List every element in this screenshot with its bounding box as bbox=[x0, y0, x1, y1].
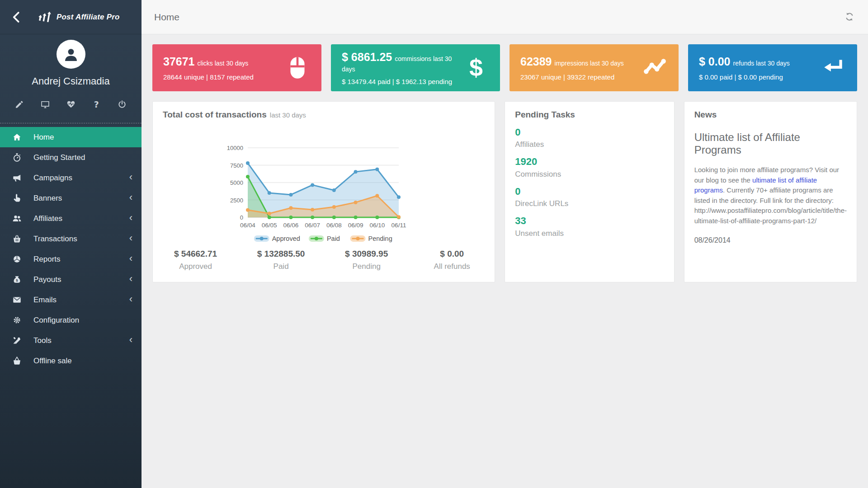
task-commissions[interactable]: 1920 Commissions bbox=[515, 156, 664, 178]
bullhorn-icon bbox=[12, 173, 22, 183]
sidebar-item-label: Emails bbox=[33, 296, 57, 305]
sidebar-item-banners[interactable]: Banners ‹ bbox=[0, 188, 142, 208]
logout-button[interactable] bbox=[117, 99, 127, 109]
chevron-left-icon: ‹ bbox=[129, 294, 132, 306]
offline-sale-basket-icon bbox=[12, 356, 22, 366]
task-direclink-urls[interactable]: 0 DirecLink URLs bbox=[515, 186, 664, 208]
app-logo[interactable]: Post Affiliate Pro bbox=[38, 10, 120, 24]
sidebar-item-label: Offline sale bbox=[33, 357, 72, 366]
news-title: News bbox=[694, 110, 847, 120]
edit-profile-button[interactable] bbox=[14, 99, 24, 109]
pending-tasks-title: Pending Tasks bbox=[515, 110, 664, 120]
svg-text:06/04: 06/04 bbox=[240, 222, 255, 229]
sidebar-item-label: Configuration bbox=[33, 316, 79, 325]
svg-text:Paid: Paid bbox=[327, 235, 340, 242]
sidebar-item-getting-started[interactable]: Getting Started bbox=[0, 147, 142, 168]
news-panel: News Ultimate list of Affiliate Programs… bbox=[684, 101, 857, 282]
logo-arrows-icon bbox=[38, 10, 52, 24]
chart-title: Total cost of transactions bbox=[163, 110, 267, 119]
sidebar-item-label: Banners bbox=[33, 194, 62, 203]
content: 37671clicks last 30 days 28644 unique | … bbox=[142, 34, 868, 292]
chevron-left-icon: ‹ bbox=[129, 213, 132, 225]
commissions-value: $ 6861.25 bbox=[342, 51, 392, 63]
task-affiliates[interactable]: 0 Affiliates bbox=[515, 127, 664, 149]
sidebar-menu: Home Getting Started Campaigns ‹ Banners… bbox=[0, 127, 142, 371]
svg-text:06/11: 06/11 bbox=[392, 222, 406, 229]
tools-icon bbox=[12, 336, 22, 346]
gear-icon bbox=[12, 315, 22, 325]
app-root: Post Affiliate Pro Andrej Csizmadia ? bbox=[0, 0, 868, 488]
health-status-button[interactable] bbox=[66, 99, 76, 109]
collapse-sidebar-button[interactable] bbox=[10, 10, 24, 24]
pencil-icon bbox=[15, 100, 24, 109]
sidebar-item-label: Payouts bbox=[33, 275, 61, 284]
clicks-label: clicks last 30 days bbox=[198, 60, 249, 67]
logo-text: Post Affiliate Pro bbox=[57, 13, 120, 22]
svg-text:Approved: Approved bbox=[272, 235, 300, 242]
question-icon: ? bbox=[94, 99, 99, 109]
svg-text:06/09: 06/09 bbox=[348, 222, 363, 229]
user-name: Andrej Csizmadia bbox=[0, 75, 142, 87]
svg-text:7500: 7500 bbox=[230, 162, 243, 169]
refunds-value: $ 0.00 bbox=[699, 55, 731, 68]
sidebar-item-home[interactable]: Home bbox=[0, 127, 142, 147]
pie-chart-icon bbox=[12, 254, 22, 264]
clicks-detail: 28644 unique | 8157 repeated bbox=[163, 73, 281, 81]
svg-text:5000: 5000 bbox=[230, 179, 243, 186]
sidebar-item-emails[interactable]: Emails ‹ bbox=[0, 290, 142, 310]
impressions-value: 62389 bbox=[520, 55, 552, 68]
svg-text:06/08: 06/08 bbox=[326, 222, 342, 229]
refunds-card: $ 0.00refunds last 30 days $ 0.00 paid |… bbox=[688, 44, 857, 91]
transactions-chart-panel: Total cost of transactionslast 30 days 0… bbox=[152, 101, 495, 282]
sidebar-item-campaigns[interactable]: Campaigns ‹ bbox=[0, 168, 142, 188]
sidebar-item-reports[interactable]: Reports ‹ bbox=[0, 249, 142, 269]
avatar[interactable] bbox=[57, 40, 85, 69]
sidebar-item-label: Campaigns bbox=[33, 174, 72, 183]
sidebar-item-configuration[interactable]: Configuration bbox=[0, 310, 142, 330]
refunds-label: refunds last 30 days bbox=[733, 60, 790, 67]
sidebar-item-tools[interactable]: Tools ‹ bbox=[0, 330, 142, 351]
sidebar-item-payouts[interactable]: $ Payouts ‹ bbox=[0, 269, 142, 290]
envelope-icon bbox=[12, 295, 22, 305]
stopwatch-icon bbox=[12, 153, 22, 163]
chevron-left-icon: ‹ bbox=[129, 274, 132, 286]
mouse-icon bbox=[284, 55, 311, 81]
news-body: Looking to join more affiliate programs?… bbox=[694, 165, 847, 226]
chevron-left-icon: ‹ bbox=[129, 172, 132, 184]
help-button[interactable]: ? bbox=[91, 99, 101, 109]
impressions-card: 62389impressions last 30 days 23067 uniq… bbox=[509, 44, 679, 91]
chevron-left-icon: ‹ bbox=[129, 233, 132, 245]
sidebar-item-affiliates[interactable]: Affiliates ‹ bbox=[0, 208, 142, 229]
chevron-left-icon: ‹ bbox=[129, 335, 132, 347]
task-unsent-emails[interactable]: 33 Unsent emails bbox=[515, 215, 664, 238]
chevron-left-icon: ‹ bbox=[129, 192, 132, 204]
sidebar-item-label: Tools bbox=[33, 336, 52, 345]
svg-text:$: $ bbox=[469, 55, 483, 81]
desktop-view-button[interactable] bbox=[40, 99, 50, 109]
chart-subtitle: last 30 days bbox=[270, 111, 306, 119]
svg-text:10000: 10000 bbox=[227, 145, 243, 151]
svg-text:06/07: 06/07 bbox=[305, 222, 320, 229]
summary-all-refunds: $ 0.00 All refunds bbox=[409, 249, 495, 271]
back-chevron-icon bbox=[10, 10, 24, 24]
sidebar-item-label: Reports bbox=[33, 255, 61, 264]
person-icon bbox=[62, 46, 80, 63]
sidebar-item-offline-sale[interactable]: Offline sale bbox=[0, 351, 142, 371]
svg-text:0: 0 bbox=[240, 214, 243, 221]
sidebar: Post Affiliate Pro Andrej Csizmadia ? bbox=[0, 0, 142, 488]
sidebar-item-label: Getting Started bbox=[33, 153, 85, 162]
commissions-card: $ 6861.25commissions last 30 days $ 1347… bbox=[331, 44, 500, 91]
sidebar-item-transactions[interactable]: Transactions ‹ bbox=[0, 229, 142, 249]
svg-text:$: $ bbox=[16, 278, 18, 282]
profile-section: Andrej Csizmadia ? bbox=[0, 34, 142, 109]
impressions-detail: 23067 unique | 39322 repeated bbox=[520, 73, 638, 81]
chart-line-icon bbox=[642, 55, 668, 81]
profile-quick-actions: ? bbox=[0, 87, 142, 109]
commissions-detail: $ 13479.44 paid | $ 1962.13 pending bbox=[342, 78, 459, 85]
stat-cards: 37671clicks last 30 days 28644 unique | … bbox=[152, 44, 857, 91]
topbar: Home bbox=[142, 0, 868, 34]
refresh-button[interactable] bbox=[844, 12, 855, 23]
news-article-title: Ultimate list of Affiliate Programs bbox=[694, 131, 847, 156]
pending-tasks-panel: Pending Tasks 0 Affiliates 1920 Commissi… bbox=[505, 101, 674, 282]
money-bag-icon: $ bbox=[12, 275, 22, 285]
